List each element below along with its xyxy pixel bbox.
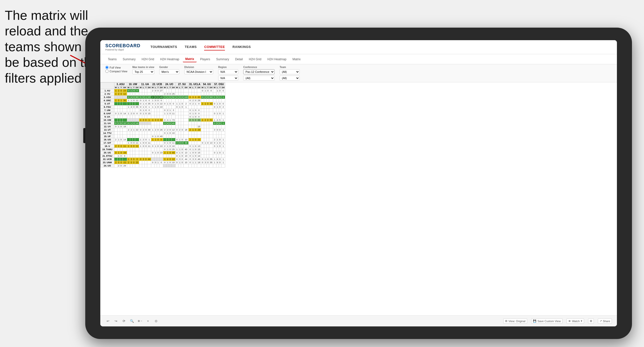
subnav-h2h-grid[interactable]: H2H Grid: [139, 56, 157, 62]
subnav-teams[interactable]: Teams: [105, 56, 119, 62]
team-filter: Team (All) (All): [280, 66, 300, 81]
table-row: 14. TTU 01010: [101, 132, 225, 135]
row-label: 18. U: [101, 145, 114, 148]
team-select[interactable]: (All): [280, 69, 300, 74]
row-label: 8. UAF: [101, 112, 114, 115]
row-label: 10. UW: [101, 119, 114, 122]
tablet-device: SCOREBOARD Powered by clippd TOURNAMENTS…: [85, 28, 632, 339]
table-row: 21. ETSU 109 01013 01014: [101, 154, 225, 158]
radio-full-view-input[interactable]: [105, 66, 109, 69]
layout-icon: ⊞: [590, 319, 592, 323]
view-toggle: Full View Compact View: [105, 66, 127, 73]
table-row: 22. UCB 1303 03044 14012 03044 03046 010…: [101, 158, 225, 161]
sub-w-ucb: W: [151, 86, 154, 89]
radio-compact-view[interactable]: Compact View: [105, 70, 127, 73]
tablet-screen: SCOREBOARD Powered by clippd TOURNAMENTS…: [100, 40, 617, 326]
gender-label: Gender: [159, 66, 179, 69]
sub-t-osu: T: [219, 86, 221, 89]
watch-chevron: ▾: [581, 319, 582, 323]
sub-dif-asu: Dif: [122, 86, 127, 89]
subnav-h2h-grid2[interactable]: H2H Grid: [246, 56, 264, 62]
subnav-h2h-heatmap2[interactable]: H2H Heatmap: [265, 56, 289, 62]
radio-compact-view-input[interactable]: [105, 70, 109, 73]
sub-dif-ucb: Dif: [159, 86, 163, 89]
redo-icon[interactable]: ↪: [113, 319, 118, 324]
sub-t-uo: T: [169, 86, 171, 89]
division-label: Division: [184, 66, 213, 69]
table-row: 8. UAF 01014 1200 01015 11011 0100 0101: [101, 112, 225, 115]
nav-item-committee[interactable]: COMMITTEE: [204, 44, 225, 50]
table-row: 7. UM 0100 0213 0100: [101, 109, 225, 112]
radio-full-view[interactable]: Full View: [105, 66, 127, 69]
subnav-summary[interactable]: Summary: [120, 56, 138, 62]
sub-t-asu: T: [120, 86, 122, 89]
max-teams-select[interactable]: Top 25 Top 50 All: [132, 69, 154, 74]
matrix-table: 3. ASU 10. UW 11. UA 22. UCB 24. UO 27. …: [100, 82, 225, 167]
sub-t-su: T: [181, 86, 184, 89]
subnav-h2h-heatmap[interactable]: H2H Heatmap: [158, 56, 182, 62]
row-label: 16. UO: [101, 138, 114, 141]
subnav-detail[interactable]: Detail: [232, 56, 245, 62]
save-custom-view-button[interactable]: 💾 Save Custom View: [531, 318, 562, 324]
matrix-scroll-area[interactable]: 3. ASU 10. UW 11. UA 22. UCB 24. UO 27. …: [100, 82, 617, 315]
conference-select[interactable]: Pac-12 Conference (All): [243, 69, 275, 74]
sub-dif-uu: Dif: [209, 86, 213, 89]
table-row: 10. UW 1301 13032 04173 25066 12051 1451: [101, 119, 225, 122]
zoom-out-icon[interactable]: 🔍: [129, 319, 134, 324]
logo-sub: Powered by clippd: [105, 48, 140, 51]
col-header-asu: 3. ASU: [114, 83, 127, 86]
subnav-matrix[interactable]: Matrix: [183, 56, 197, 62]
row-label: 17. GIT: [101, 141, 114, 145]
share-label: Share: [603, 320, 610, 323]
subnav-matrix2[interactable]: Matrix: [290, 56, 303, 62]
sub-w-osu: W: [213, 86, 216, 89]
row-label: 2. VU: [101, 92, 114, 96]
share-button[interactable]: ↗ Share: [598, 318, 612, 324]
conference-select2[interactable]: (All): [243, 76, 275, 81]
nav-item-teams[interactable]: TEAMS: [185, 44, 197, 50]
subnav-summary2[interactable]: Summary: [214, 56, 231, 62]
sub-dif-osu: Dif: [221, 86, 225, 89]
col-header-ucb: 22. UCB: [151, 83, 163, 86]
sub-t-uu: T: [207, 86, 209, 89]
undo-icon[interactable]: ↩: [105, 319, 110, 324]
watch-button[interactable]: 👁 Watch ▾: [567, 318, 584, 324]
subnav-players[interactable]: Players: [198, 56, 213, 62]
col-header-uu: 54. UU: [201, 83, 213, 86]
team-select2[interactable]: (All): [280, 76, 300, 81]
division-select[interactable]: NCAA Division I NCAA Division II NCAA Di…: [184, 69, 213, 74]
gender-select[interactable]: Men's Women's: [159, 69, 179, 74]
table-row: 19. TAMU 01025 11040 01015: [101, 148, 225, 151]
row-label: 24. UO: [101, 164, 114, 167]
col-header-ucla: 31. UCLA: [189, 83, 201, 86]
layout-button[interactable]: ⊞: [588, 318, 594, 324]
sub-nav: Teams Summary H2H Grid H2H Heatmap Matri…: [100, 54, 617, 64]
nav-item-rankings[interactable]: RANKINGS: [232, 44, 251, 50]
max-teams-label: Max teams in view: [132, 66, 154, 69]
region-select[interactable]: N/A East West: [218, 69, 238, 74]
reset-icon[interactable]: ⊙: [153, 319, 158, 324]
row-label: 15. UF: [101, 135, 114, 138]
table-row: 15. UF 01040: [101, 135, 225, 138]
row-label: 9. UA: [101, 115, 114, 119]
row-label: 6. FSU: [101, 105, 114, 109]
sub-dif-ucla: Dif: [197, 86, 201, 89]
view-original-button[interactable]: ⊞ View: Original: [503, 318, 527, 324]
region-select2[interactable]: N/A: [218, 76, 238, 81]
row-label: 22. UCB: [101, 158, 114, 161]
table-row: 4. UNC 10136 11011 0100 1000 02029: [101, 99, 225, 102]
table-row: 9. UA 0100: [101, 115, 225, 119]
zoom-in-icon[interactable]: +: [145, 319, 150, 324]
region-label: Region: [218, 66, 238, 69]
row-label: 7. UM: [101, 109, 114, 112]
share-icon: ↗: [600, 319, 602, 323]
nav-item-tournaments[interactable]: TOURNAMENTS: [150, 44, 177, 50]
refresh-icon[interactable]: ⟳: [121, 319, 126, 324]
sub-dif-uo: Dif: [172, 86, 176, 89]
table-row: 1. AU 12023 0100 20027 0100 100: [101, 89, 225, 92]
table-row: 12. UV 01018 15: [101, 125, 225, 128]
row-label: 23. UNM: [101, 161, 114, 164]
logo-title: SCOREBOARD: [105, 43, 140, 48]
table-row: 2. VU 12012 20025: [101, 92, 225, 96]
main-content: 3. ASU 10. UW 11. UA 22. UCB 24. UO 27. …: [100, 82, 617, 315]
